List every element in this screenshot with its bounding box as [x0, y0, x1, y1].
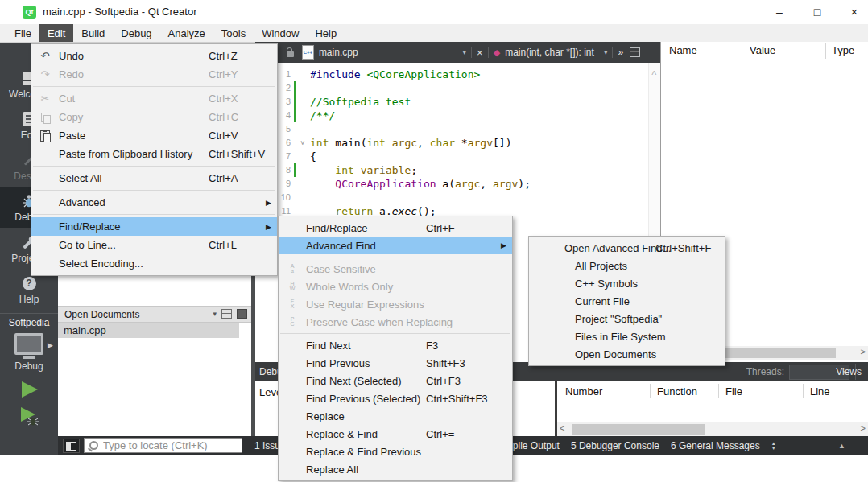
menu-item-label: Replace All [306, 463, 358, 476]
menu-item-all-projects[interactable]: All Projects [529, 257, 725, 274]
run-button[interactable] [19, 380, 39, 399]
menubar-item-tools[interactable]: Tools [213, 24, 254, 42]
qt-creator-icon: Qt [23, 6, 36, 19]
menu-item-find-next[interactable]: Find NextF3 [279, 336, 512, 354]
menubar-item-analyze[interactable]: Analyze [160, 24, 213, 42]
close-document-icon[interactable]: × [477, 47, 483, 59]
panel-sort-icon[interactable]: ▲▼ [771, 441, 776, 451]
menu-item-replace-find-previous[interactable]: Replace & Find Previous [279, 443, 512, 460]
locals-column-type[interactable]: Type [832, 44, 854, 56]
menu-item-copy: CopyCtrl+C [31, 108, 277, 126]
code-line[interactable]: 6>int main(int argc, char *argv[]) [255, 136, 660, 150]
menu-item-find-previous[interactable]: Find PreviousShift+F3 [279, 354, 512, 372]
minimize-button[interactable]: – [767, 4, 792, 20]
symbol-label[interactable]: main(int, char *[]): int [505, 47, 594, 58]
code-line[interactable]: 9 QCoreApplication a(argc, argv); [255, 177, 660, 191]
open-document-item[interactable]: main.cpp [58, 323, 239, 338]
sidebar-toggle-button[interactable] [63, 439, 80, 453]
breakpoints-column-file[interactable]: File [725, 385, 742, 398]
kit-selector[interactable]: ▶ Debug [0, 328, 58, 372]
menu-item-advanced[interactable]: Advanced▶ [31, 193, 277, 212]
overflow-icon[interactable]: » [618, 47, 623, 58]
menu-item-select-encoding[interactable]: Select Encoding... [31, 254, 277, 273]
menu-item-open-documents[interactable]: Open Documents [529, 345, 725, 363]
menu-item-select-all[interactable]: Select AllCtrl+A [31, 169, 277, 187]
letters-icon: HW [290, 282, 296, 291]
menu-item-use-regular-expressions: EXUse Regular Expressions [279, 295, 512, 313]
editor-tab-filename[interactable]: main.cpp [319, 47, 358, 58]
menu-item-find-replace[interactable]: Find/ReplaceCtrl+F [279, 219, 512, 237]
advanced-find-submenu: Open Advanced Find...Ctrl+Shift+FAll Pro… [528, 236, 725, 366]
menu-item-label: Copy [59, 111, 83, 123]
menu-item-shortcut: Shift+F3 [426, 354, 465, 372]
menu-item-shortcut: Ctrl+Shift+F3 [426, 389, 488, 407]
open-documents-header[interactable]: Open Documents ▾ [58, 306, 251, 323]
lock-icon [287, 51, 294, 57]
menubar-item-debug[interactable]: Debug [113, 24, 159, 42]
code-line[interactable]: 10 [255, 191, 660, 204]
symbol-diamond-icon: ◆ [494, 47, 500, 58]
pane-split-icon[interactable] [221, 309, 232, 319]
locator[interactable] [84, 438, 242, 453]
code-line[interactable]: 2 [255, 81, 660, 95]
menu-item-shortcut: Ctrl+Shift+V [209, 145, 265, 163]
menu-item-undo[interactable]: ↶UndoCtrl+Z [31, 47, 277, 65]
menubar-item-window[interactable]: Window [254, 24, 307, 42]
menu-item-paste[interactable]: PasteCtrl+V [31, 126, 277, 145]
split-editor-icon[interactable] [630, 47, 640, 57]
code-line[interactable]: 4/**/ [255, 109, 660, 122]
menu-item-paste-from-clipboard-history[interactable]: Paste from Clipboard HistoryCtrl+Shift+V [31, 145, 277, 163]
letters-icon: EX [291, 299, 295, 309]
menu-item-c-symbols[interactable]: C++ Symbols [529, 274, 725, 292]
menu-item-current-file[interactable]: Current File [529, 292, 725, 310]
menu-item-find-previous-selected[interactable]: Find Previous (Selected)Ctrl+Shift+F3 [279, 389, 512, 407]
menu-item-open-advanced-find[interactable]: Open Advanced Find...Ctrl+Shift+F [529, 239, 725, 257]
edit-menu: ↶UndoCtrl+Z↷RedoCtrl+Y✂CutCtrl+XCopyCtrl… [31, 43, 278, 276]
locals-column-value[interactable]: Value [750, 44, 775, 56]
output-tab-5-debugger-console[interactable]: 5 Debugger Console [571, 440, 659, 451]
locator-input[interactable] [101, 439, 246, 452]
file-dropdown-icon[interactable]: ▾ [463, 48, 467, 56]
menu-item-project-softpedia[interactable]: Project "Softpedia" [529, 310, 725, 328]
menu-item-go-to-line[interactable]: Go to Line...Ctrl+L [31, 236, 277, 254]
menu-item-case-sensitive: AaCase Sensitive [279, 260, 512, 278]
menu-item-replace[interactable]: Replace [279, 407, 512, 425]
menu-item-replace-find[interactable]: Replace & FindCtrl+= [279, 425, 512, 443]
fold-marker-icon[interactable]: > [296, 139, 309, 147]
menu-item-find-next-selected[interactable]: Find Next (Selected)Ctrl+F3 [279, 372, 512, 389]
collapse-panel-icon[interactable]: ▲ [838, 442, 845, 450]
menu-item-label: Find Previous [306, 357, 370, 369]
menu-item-label: Preserve Case when Replacing [306, 316, 453, 328]
menu-item-find-replace[interactable]: Find/Replace▶ [31, 217, 277, 236]
locals-column-name[interactable]: Name [669, 44, 697, 56]
menu-item-replace-all[interactable]: Replace All [279, 460, 512, 478]
output-tab-6-general-messages[interactable]: 6 General Messages [671, 440, 760, 451]
symbol-dropdown-icon[interactable]: ▾ [604, 48, 608, 56]
menubar-item-help[interactable]: Help [307, 24, 345, 42]
breakpoints-column-number[interactable]: Number [565, 385, 602, 398]
breakpoints-hscrollbar[interactable]: < > [557, 422, 868, 436]
paste-icon [31, 130, 59, 142]
menubar-item-edit[interactable]: Edit [39, 24, 73, 42]
views-button[interactable]: Views [836, 366, 862, 377]
code-line[interactable]: 5 [255, 122, 660, 136]
menubar-item-build[interactable]: Build [73, 24, 113, 42]
breakpoints-column-function[interactable]: Function [657, 385, 697, 398]
pane-dropdown-icon[interactable]: ▾ [213, 310, 217, 318]
menu-item-files-in-file-system[interactable]: Files in File System [529, 328, 725, 345]
code-line[interactable]: 3//Softpedia test [255, 95, 660, 109]
menu-item-shortcut: Ctrl+F3 [426, 372, 461, 389]
code-line[interactable]: 8 int variable; [255, 163, 660, 177]
code-line[interactable]: 1#include <QCoreApplication> [255, 68, 660, 81]
close-button[interactable]: × [842, 4, 866, 20]
pane-close-icon[interactable] [237, 309, 247, 319]
code-line[interactable]: 7{ [255, 150, 660, 163]
breakpoints-column-line[interactable]: Line [810, 385, 830, 398]
menubar-item-file[interactable]: File [6, 24, 39, 42]
kit-expand-arrow-icon[interactable]: ▶ [48, 341, 53, 349]
maximize-button[interactable]: □ [805, 4, 829, 20]
column-separator [742, 43, 742, 59]
debug-run-button[interactable] [19, 406, 39, 427]
menu-item-advanced-find[interactable]: Advanced Find▶ [279, 237, 512, 254]
document-name: main.cpp [64, 324, 106, 336]
